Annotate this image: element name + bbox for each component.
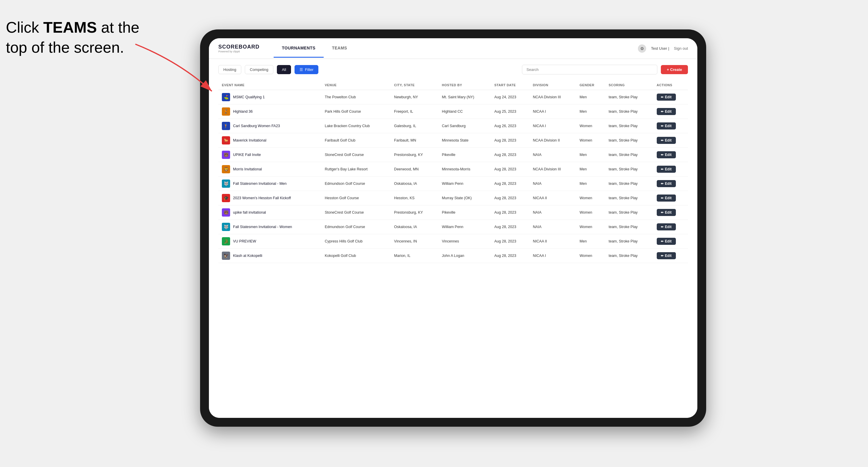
event-name-cell: ⛳ MSMC Qualifying 1 (218, 90, 321, 104)
table-row: ⛳ MSMC Qualifying 1 The Powelton Club Ne… (218, 90, 688, 104)
col-venue: VENUE (321, 80, 391, 90)
edit-button[interactable]: Edit (657, 238, 676, 245)
team-logo: 🎓 (222, 194, 230, 202)
tablet-frame: SCOREBOARD Powered by clippit TOURNAMENT… (200, 29, 706, 427)
edit-button[interactable]: Edit (657, 252, 676, 259)
instruction-arrow (126, 38, 229, 103)
table-row: 🦁 Morris Invitational Ruttger's Bay Lake… (218, 162, 688, 177)
division-cell: NAIA (529, 220, 576, 234)
user-name: Test User | (651, 46, 669, 51)
division-cell: NCAA Division III (529, 90, 576, 104)
venue-cell: Cypress Hills Golf Club (321, 234, 391, 249)
tab-teams[interactable]: TEAMS (324, 39, 355, 58)
event-name: Carl Sandburg Women FA23 (233, 124, 280, 128)
division-cell: NICAA I (529, 119, 576, 133)
city-state-cell: Vincennes, IN (391, 234, 438, 249)
venue-cell: Park Hills Golf Course (321, 104, 391, 119)
edit-button[interactable]: Edit (657, 194, 676, 201)
gender-cell: Men (576, 177, 605, 191)
scoring-cell: team, Stroke Play (605, 133, 653, 148)
edit-button[interactable]: Edit (657, 151, 676, 158)
venue-cell: Kokopelli Golf Club (321, 249, 391, 263)
start-date-cell: Aug 28, 2023 (491, 133, 529, 148)
scoring-cell: team, Stroke Play (605, 220, 653, 234)
gender-cell: Men (576, 162, 605, 177)
nav-tabs: TOURNAMENTS TEAMS (274, 39, 638, 58)
venue-cell: StoneCrest Golf Course (321, 148, 391, 162)
venue-cell: Hesston Golf Course (321, 191, 391, 206)
edit-button[interactable]: Edit (657, 94, 676, 101)
event-name-cell: 🏌 Highland 36 (218, 104, 321, 119)
event-name: Maverick Invitational (233, 138, 266, 143)
actions-cell: Edit (653, 162, 688, 177)
scoring-cell: team, Stroke Play (605, 234, 653, 249)
team-logo: 🏌 (222, 107, 230, 116)
venue-cell: Ruttger's Bay Lake Resort (321, 162, 391, 177)
hosted-by-cell: John A Logan (438, 249, 491, 263)
sign-out-link[interactable]: Sign out (674, 46, 688, 51)
filter-button[interactable]: ☰ Filter (294, 65, 318, 74)
hosted-by-cell: Minnesota State (438, 133, 491, 148)
edit-button[interactable]: Edit (657, 108, 676, 115)
city-state-cell: Marion, IL (391, 249, 438, 263)
hosted-by-cell: Vincennes (438, 234, 491, 249)
table-container: EVENT NAME VENUE CITY, STATE HOSTED BY S… (218, 80, 688, 412)
city-state-cell: Prestonsburg, KY (391, 206, 438, 220)
city-state-cell: Faribault, MN (391, 133, 438, 148)
division-cell: NAIA (529, 148, 576, 162)
event-name-cell: 🐺 Fall Statesmen Invitational - Women (218, 220, 321, 234)
table-row: 🐻 upike fall invitational StoneCrest Gol… (218, 206, 688, 220)
hosted-by-cell: Murray State (OK) (438, 191, 491, 206)
city-state-cell: Galesburg, IL (391, 119, 438, 133)
gender-cell: Women (576, 119, 605, 133)
search-input[interactable] (522, 65, 657, 74)
table-row: 🐺 Fall Statesmen Invitational - Women Ed… (218, 220, 688, 234)
team-logo: 🐎 (222, 136, 230, 145)
edit-button[interactable]: Edit (657, 166, 676, 173)
start-date-cell: Aug 28, 2023 (491, 148, 529, 162)
event-name-cell: 🐻 UPIKE Fall Invite (218, 148, 321, 162)
competing-button[interactable]: Competing (245, 65, 273, 74)
edit-button[interactable]: Edit (657, 180, 676, 187)
hosted-by-cell: Carl Sandburg (438, 119, 491, 133)
event-name: MSMC Qualifying 1 (233, 95, 265, 99)
table-body: ⛳ MSMC Qualifying 1 The Powelton Club Ne… (218, 90, 688, 263)
event-name-cell: 🐊 VU PREVIEW (218, 234, 321, 249)
settings-icon[interactable]: ⚙ (638, 44, 646, 53)
col-hosted-by: HOSTED BY (438, 80, 491, 90)
actions-cell: Edit (653, 90, 688, 104)
city-state-cell: Oskaloosa, IA (391, 220, 438, 234)
start-date-cell: Aug 28, 2023 (491, 220, 529, 234)
edit-button[interactable]: Edit (657, 122, 676, 129)
team-logo: 🐺 (222, 223, 230, 231)
filter-bar: Hosting Competing All ☰ Filter + Create (218, 65, 688, 74)
edit-button[interactable]: Edit (657, 209, 676, 216)
venue-cell: Lake Bracken Country Club (321, 119, 391, 133)
col-city-state: CITY, STATE (391, 80, 438, 90)
create-button[interactable]: + Create (661, 65, 688, 74)
gender-cell: Women (576, 191, 605, 206)
scoring-cell: team, Stroke Play (605, 191, 653, 206)
event-name: VU PREVIEW (233, 239, 256, 243)
event-name: Morris Invitational (233, 167, 262, 171)
actions-cell: Edit (653, 220, 688, 234)
edit-button[interactable]: Edit (657, 137, 676, 144)
table-row: 🐊 VU PREVIEW Cypress Hills Golf Club Vin… (218, 234, 688, 249)
actions-cell: Edit (653, 234, 688, 249)
scoring-cell: team, Stroke Play (605, 148, 653, 162)
city-state-cell: Hesston, KS (391, 191, 438, 206)
venue-cell: Edmundson Golf Course (321, 220, 391, 234)
filter-icon: ☰ (300, 67, 303, 72)
scoring-cell: team, Stroke Play (605, 249, 653, 263)
event-name: 2023 Women's Hesston Fall Kickoff (233, 196, 291, 200)
event-name: Fall Statesmen Invitational - Women (233, 225, 292, 229)
gender-cell: Men (576, 234, 605, 249)
city-state-cell: Deerwood, MN (391, 162, 438, 177)
event-name: upike fall invitational (233, 210, 266, 215)
tab-tournaments[interactable]: TOURNAMENTS (274, 39, 324, 58)
edit-button[interactable]: Edit (657, 223, 676, 230)
all-button[interactable]: All (277, 65, 291, 74)
start-date-cell: Aug 28, 2023 (491, 177, 529, 191)
actions-cell: Edit (653, 249, 688, 263)
start-date-cell: Aug 28, 2023 (491, 206, 529, 220)
